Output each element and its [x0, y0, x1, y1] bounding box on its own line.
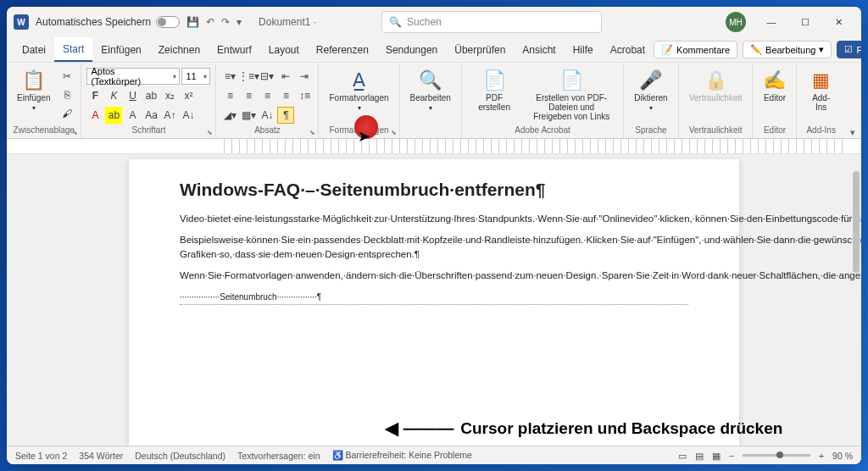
highlight-button[interactable]: ab: [105, 107, 122, 124]
group-editor: ✍Editor Editor: [753, 63, 797, 138]
tab-acrobat[interactable]: Acrobat: [602, 37, 654, 62]
dictate-button[interactable]: 🎤Diktieren▾: [629, 68, 672, 114]
clipboard-launcher-icon[interactable]: ⬊: [72, 129, 78, 136]
paragraph-launcher-icon[interactable]: ⬊: [309, 129, 315, 136]
comments-button[interactable]: 📝 Kommentare: [654, 41, 737, 58]
toggle-icon[interactable]: [156, 16, 180, 28]
share-button[interactable]: ☑ Freigeben ▾: [837, 41, 861, 58]
addins-button[interactable]: ▦Add-Ins: [802, 68, 839, 114]
maximize-button[interactable]: ☐: [790, 10, 821, 34]
tab-ansicht[interactable]: Ansicht: [514, 37, 564, 62]
borders-button[interactable]: ▦▾: [240, 107, 257, 124]
document-title[interactable]: Dokument1 ·: [259, 16, 316, 28]
underline-button[interactable]: U: [124, 87, 141, 104]
tab-datei[interactable]: Datei: [14, 37, 54, 62]
save-icon[interactable]: 💾: [186, 16, 199, 28]
find-icon: 🔍: [419, 69, 442, 91]
redo-icon[interactable]: ↷: [221, 16, 230, 28]
tab-hilfe[interactable]: Hilfe: [565, 37, 602, 62]
zoom-slider[interactable]: [743, 454, 810, 457]
bullets-button[interactable]: ≡▾: [221, 68, 238, 85]
web-layout-icon[interactable]: ▦: [712, 451, 721, 461]
cursor-pointer-icon: ➤: [358, 127, 370, 146]
tab-referenzen[interactable]: Referenzen: [308, 37, 377, 62]
autosave-toggle[interactable]: Automatisches Speichern: [36, 16, 180, 28]
decrease-indent-button[interactable]: ⇤: [277, 68, 294, 85]
accessibility-status[interactable]: ♿ Barrierefreiheit: Keine Probleme: [332, 450, 472, 461]
shading-button[interactable]: ◢▾: [221, 107, 238, 124]
user-avatar[interactable]: MH: [726, 12, 746, 32]
styles-launcher-icon[interactable]: ⬊: [391, 129, 397, 136]
subscript-button[interactable]: x₂: [161, 87, 178, 104]
minimize-button[interactable]: ―: [756, 10, 787, 34]
tab-start[interactable]: Start: [54, 37, 92, 62]
zoom-out-button[interactable]: −: [729, 451, 734, 461]
document-page[interactable]: Windows-FAQ·–·Seitenumbruch·entfernen¶ V…: [129, 159, 739, 446]
styles-icon: A̲: [353, 69, 365, 91]
zoom-in-button[interactable]: +: [819, 451, 824, 461]
paragraph-1[interactable]: Video·bietet·eine·leistungsstarke·Möglic…: [180, 212, 688, 226]
word-count[interactable]: 354 Wörter: [79, 451, 123, 461]
text-effects-button[interactable]: A: [124, 107, 141, 124]
font-size-combo[interactable]: 11: [181, 68, 210, 85]
vertical-scrollbar[interactable]: [853, 171, 860, 273]
text-predictions[interactable]: Textvorhersagen: ein: [237, 451, 320, 461]
editing-button[interactable]: 🔍Bearbeiten▾: [405, 68, 456, 114]
align-left-button[interactable]: ≡: [221, 87, 238, 104]
collapse-ribbon-icon[interactable]: ▾: [845, 63, 861, 138]
pdf-create-share-button[interactable]: 📄Erstellen von PDF-Dateien und Freigeben…: [525, 68, 618, 123]
show-hide-pilcrow-button[interactable]: ¶: [277, 107, 294, 124]
pdf-create-button[interactable]: 📄PDF erstellen: [467, 68, 521, 114]
page-indicator[interactable]: Seite 1 von 2: [15, 451, 67, 461]
zoom-level[interactable]: 90 %: [832, 451, 853, 461]
editor-button[interactable]: ✍Editor: [758, 68, 791, 104]
change-case-button[interactable]: Aa: [142, 107, 159, 124]
line-spacing-button[interactable]: ↕≡: [296, 87, 313, 104]
editing-mode-button[interactable]: ✏️ Bearbeitung ▾: [743, 41, 832, 58]
copy-icon[interactable]: ⎘: [58, 86, 75, 103]
italic-button[interactable]: K: [105, 87, 122, 104]
align-center-button[interactable]: ≡: [240, 87, 257, 104]
quick-access-toolbar: 💾 ↶ ↷ ▾: [186, 16, 242, 28]
print-layout-icon[interactable]: ▤: [695, 451, 704, 461]
focus-view-icon[interactable]: ▭: [678, 451, 687, 461]
search-box[interactable]: 🔍 Suchen: [381, 11, 602, 33]
undo-icon[interactable]: ↶: [206, 16, 214, 28]
tab-sendungen[interactable]: Sendungen: [377, 37, 446, 62]
tab-layout[interactable]: Layout: [260, 37, 308, 62]
grow-font-button[interactable]: A↑: [161, 107, 178, 124]
styles-button[interactable]: A̲Formatvorlagen▾: [324, 68, 393, 114]
close-button[interactable]: ✕: [824, 10, 854, 34]
strikethrough-button[interactable]: ab: [142, 87, 159, 104]
paragraph-3[interactable]: Wenn·Sie·Formatvorlagen·anwenden,·ändern…: [180, 269, 688, 283]
tab-einfuegen[interactable]: Einfügen: [92, 37, 149, 62]
page-break-marker[interactable]: ·················Seitenumbruch··········…: [180, 291, 688, 305]
justify-button[interactable]: ≡: [277, 87, 294, 104]
search-icon: 🔍: [389, 16, 402, 28]
sort-button[interactable]: A↓: [259, 107, 275, 124]
pdf-icon: 📄: [483, 69, 506, 91]
font-launcher-icon[interactable]: ⬊: [207, 129, 213, 136]
shrink-font-button[interactable]: A↓: [180, 107, 197, 124]
horizontal-ruler[interactable]: [7, 139, 861, 154]
format-painter-icon[interactable]: 🖌: [58, 105, 75, 122]
paste-button[interactable]: 📋Einfügen▾: [12, 68, 55, 114]
font-color-button[interactable]: A: [86, 107, 103, 124]
language-indicator[interactable]: Deutsch (Deutschland): [135, 451, 225, 461]
mic-icon: 🎤: [639, 69, 662, 91]
document-heading[interactable]: Windows-FAQ·–·Seitenumbruch·entfernen¶: [180, 176, 688, 203]
qat-dropdown-icon[interactable]: ▾: [236, 16, 242, 28]
tab-ueberpruefen[interactable]: Überprüfen: [446, 37, 514, 62]
align-right-button[interactable]: ≡: [259, 87, 275, 104]
paragraph-2[interactable]: Beispielsweise·können·Sie·ein·passendes·…: [180, 233, 688, 263]
tab-entwurf[interactable]: Entwurf: [209, 37, 260, 62]
group-editing: 🔍Bearbeiten▾: [400, 63, 462, 138]
tab-zeichnen[interactable]: Zeichnen: [150, 37, 209, 62]
increase-indent-button[interactable]: ⇥: [296, 68, 313, 85]
superscript-button[interactable]: x²: [180, 87, 197, 104]
font-name-combo[interactable]: Aptos (Textkörper): [86, 68, 180, 85]
cut-icon[interactable]: ✂: [58, 68, 75, 85]
numbering-button[interactable]: ⋮≡▾: [240, 68, 257, 85]
bold-button[interactable]: F: [86, 87, 103, 104]
multilevel-button[interactable]: ⊟▾: [259, 68, 275, 85]
